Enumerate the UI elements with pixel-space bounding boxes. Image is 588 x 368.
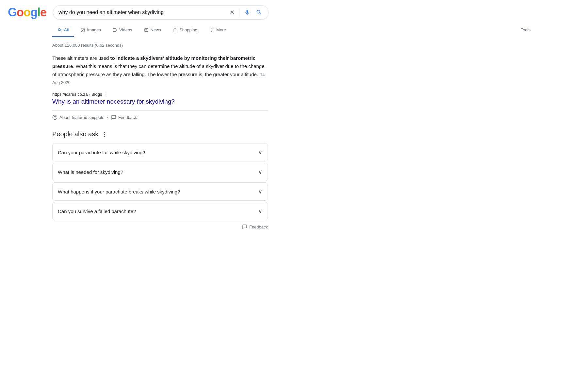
paa-question-3-text: What happens if your parachute breaks wh… bbox=[58, 189, 180, 194]
snippet-title: Why is an altimeter necessary for skydiv… bbox=[52, 98, 268, 105]
paa-item-3: What happens if your parachute breaks wh… bbox=[52, 182, 268, 201]
about-snippets-label: About featured snippets bbox=[59, 115, 104, 120]
search-input[interactable]: why do you need an altimeter when skydiv… bbox=[58, 9, 226, 15]
tab-images[interactable]: Images bbox=[75, 24, 106, 37]
paa-question-2[interactable]: What is needed for skydiving? ∨ bbox=[53, 163, 268, 181]
tab-shopping-label: Shopping bbox=[179, 27, 197, 32]
divider bbox=[239, 8, 239, 16]
more-dots-icon: ⋮ bbox=[209, 27, 214, 33]
bottom-feedback-button[interactable]: Feedback bbox=[242, 224, 268, 229]
tab-all-label: All bbox=[64, 27, 69, 32]
snippet-more-icon[interactable]: ⋮ bbox=[104, 92, 108, 97]
search-bar[interactable]: why do you need an altimeter when skydiv… bbox=[53, 5, 269, 20]
paa-item-1: Can your parachute fail while skydiving?… bbox=[52, 143, 268, 161]
tab-images-label: Images bbox=[87, 27, 101, 32]
svg-rect-2 bbox=[113, 28, 116, 31]
feedback-label: Feedback bbox=[118, 115, 137, 120]
tab-tools[interactable]: Tools bbox=[515, 24, 536, 37]
header: Google why do you need an altimeter when… bbox=[0, 0, 588, 20]
paa-item-4: Can you survive a failed parachute? ∨ bbox=[52, 202, 268, 220]
snippet-footer: About featured snippets • Feedback bbox=[52, 110, 268, 120]
paa-question-3[interactable]: What happens if your parachute breaks wh… bbox=[53, 183, 268, 200]
tab-tools-label: Tools bbox=[521, 27, 531, 32]
paa-chevron-3: ∨ bbox=[258, 188, 262, 195]
search-icon-small bbox=[57, 28, 62, 32]
results-area: About 116,000 results (0.62 seconds) The… bbox=[0, 38, 392, 234]
shopping-icon bbox=[173, 28, 177, 32]
paa-question-4[interactable]: Can you survive a failed parachute? ∨ bbox=[53, 202, 268, 220]
images-icon bbox=[80, 28, 85, 32]
snippet-text-before: These altimeters are used bbox=[52, 55, 110, 61]
tab-news[interactable]: News bbox=[139, 24, 167, 37]
bottom-feedback-label: Feedback bbox=[249, 225, 268, 229]
tab-more-label: More bbox=[216, 27, 226, 32]
paa-chevron-2: ∨ bbox=[258, 168, 262, 176]
bottom-feedback: Feedback bbox=[52, 222, 268, 229]
paa-more-icon[interactable]: ⋮ bbox=[102, 131, 107, 138]
results-stats: About 116,000 results (0.62 seconds) bbox=[52, 43, 340, 48]
search-submit-button[interactable] bbox=[255, 8, 263, 16]
question-circle-icon bbox=[52, 115, 57, 120]
paa-question-4-text: Can you survive a failed parachute? bbox=[58, 209, 136, 214]
paa-question-2-text: What is needed for skydiving? bbox=[58, 169, 123, 175]
tab-all[interactable]: All bbox=[52, 24, 74, 37]
paa-title: People also ask bbox=[52, 130, 98, 138]
about-snippets-btn[interactable]: About featured snippets bbox=[52, 115, 104, 120]
videos-icon bbox=[113, 28, 117, 32]
tab-news-label: News bbox=[151, 27, 161, 32]
dot-separator: • bbox=[107, 115, 108, 120]
paa-item-2: What is needed for skydiving? ∨ bbox=[52, 163, 268, 181]
snippet-text-after: . What this means is that they can deter… bbox=[52, 63, 265, 77]
feedback-icon bbox=[111, 115, 116, 120]
people-also-ask-section: People also ask ⋮ Can your parachute fai… bbox=[52, 130, 268, 220]
snippet-url-text: https://icarus.co.za › Blogs bbox=[52, 92, 102, 97]
news-icon bbox=[144, 28, 149, 32]
paa-question-1[interactable]: Can your parachute fail while skydiving?… bbox=[53, 143, 268, 161]
google-logo: Google bbox=[8, 6, 46, 19]
voice-search-button[interactable] bbox=[243, 8, 251, 16]
paa-chevron-1: ∨ bbox=[258, 149, 262, 156]
snippet-source-url: https://icarus.co.za › Blogs ⋮ bbox=[52, 92, 268, 97]
paa-header: People also ask ⋮ bbox=[52, 130, 268, 138]
paa-chevron-4: ∨ bbox=[258, 208, 262, 215]
paa-question-1-text: Can your parachute fail while skydiving? bbox=[58, 150, 145, 155]
search-bar-icons: ✕ bbox=[229, 8, 263, 17]
nav-tabs: All Images Videos News Shopping ⋮ Mo bbox=[0, 23, 588, 38]
bottom-feedback-icon bbox=[242, 224, 247, 229]
tab-more[interactable]: ⋮ More bbox=[204, 23, 231, 38]
tab-videos-label: Videos bbox=[119, 27, 132, 32]
featured-snippet: These altimeters are used to indicate a … bbox=[52, 54, 268, 120]
snippet-title-link[interactable]: Why is an altimeter necessary for skydiv… bbox=[52, 98, 175, 105]
clear-button[interactable]: ✕ bbox=[229, 8, 235, 17]
tab-shopping[interactable]: Shopping bbox=[168, 24, 203, 37]
svg-point-1 bbox=[82, 29, 83, 30]
feedback-btn[interactable]: Feedback bbox=[111, 115, 137, 120]
snippet-text: These altimeters are used to indicate a … bbox=[52, 54, 268, 87]
tab-videos[interactable]: Videos bbox=[107, 24, 138, 37]
